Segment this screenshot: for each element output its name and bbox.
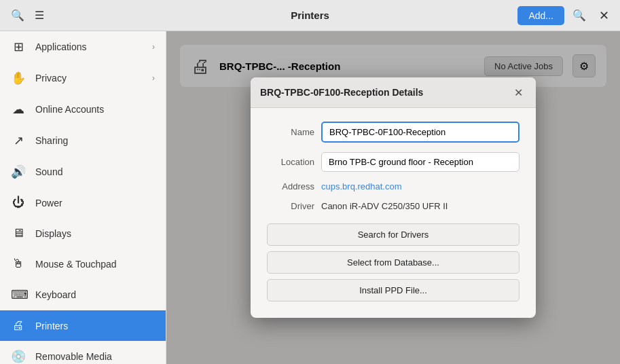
sidebar-item-sharing[interactable]: ↗ Sharing: [0, 125, 166, 156]
sidebar-item-online-accounts[interactable]: ☁ Online Accounts: [0, 94, 166, 125]
sidebar-item-label: Removable Media: [35, 351, 155, 362]
sidebar-item-printers[interactable]: 🖨 Printers: [0, 310, 166, 341]
dialog-close-icon: ✕: [514, 86, 523, 99]
close-icon: ✕: [599, 8, 609, 23]
hamburger-icon: ☰: [35, 9, 44, 22]
sidebar-item-applications[interactable]: ⊞ Applications ›: [0, 31, 166, 62]
sidebar-item-label: Online Accounts: [35, 104, 155, 115]
address-row: Address cups.brq.redhat.com: [267, 181, 519, 192]
search-left-icon: 🔍: [11, 9, 24, 22]
sidebar-item-label: Mouse & Touchpad: [35, 259, 155, 270]
add-button[interactable]: Add...: [517, 6, 564, 25]
dialog-close-button[interactable]: ✕: [510, 84, 526, 101]
chevron-right-icon: ›: [152, 42, 155, 52]
dialog-title: BRQ-TPBC-0F100-Reception Details: [260, 87, 423, 98]
sidebar-item-label: Keyboard: [35, 289, 155, 300]
privacy-icon: ✋: [11, 71, 26, 86]
sidebar-item-privacy[interactable]: ✋ Privacy ›: [0, 62, 166, 94]
sidebar-item-displays[interactable]: 🖥 Displays: [0, 218, 166, 249]
name-label: Name: [267, 127, 314, 137]
sidebar-item-label: Privacy: [35, 73, 143, 84]
sidebar-item-label: Power: [35, 198, 155, 208]
keyboard-icon: ⌨: [11, 287, 26, 302]
displays-icon: 🖥: [11, 226, 26, 240]
sidebar-item-power[interactable]: ⏻ Power: [0, 187, 166, 218]
titlebar-title: Printers: [291, 10, 329, 21]
sidebar-item-label: Printers: [35, 321, 155, 331]
main-layout: ⊞ Applications › ✋ Privacy › ☁ Online Ac…: [0, 31, 620, 364]
address-label: Address: [267, 181, 314, 192]
install-ppd-button[interactable]: Install PPD File...: [267, 279, 519, 302]
sidebar: ⊞ Applications › ✋ Privacy › ☁ Online Ac…: [0, 31, 166, 364]
titlebar-search-button[interactable]: 🔍: [568, 5, 590, 26]
mouse-icon: 🖱: [11, 257, 26, 271]
sidebar-item-sound[interactable]: 🔊 Sound: [0, 156, 166, 187]
name-row: Name: [267, 122, 519, 143]
modal-overlay: BRQ-TPBC-0F100-Reception Details ✕ Name …: [166, 31, 620, 364]
driver-value: Canon iR-ADV C250/350 UFR II: [321, 201, 448, 211]
driver-row: Driver Canon iR-ADV C250/350 UFR II: [267, 201, 519, 211]
address-link[interactable]: cups.brq.redhat.com: [321, 181, 402, 192]
hamburger-menu-button[interactable]: ☰: [29, 5, 50, 26]
select-database-button[interactable]: Select from Database...: [267, 251, 519, 274]
chevron-right-icon: ›: [152, 73, 155, 83]
sidebar-item-label: Sound: [35, 166, 155, 177]
sidebar-item-keyboard[interactable]: ⌨ Keyboard: [0, 279, 166, 310]
sharing-icon: ↗: [11, 133, 26, 148]
titlebar-actions: Add... 🔍 ✕: [517, 5, 613, 26]
titlebar-search-left-button[interactable]: 🔍: [7, 5, 29, 26]
applications-icon: ⊞: [11, 39, 26, 54]
sound-icon: 🔊: [11, 164, 26, 179]
sidebar-item-label: Displays: [35, 228, 155, 239]
driver-label: Driver: [267, 201, 314, 211]
location-row: Location: [267, 152, 519, 172]
sidebar-item-removable-media[interactable]: 💿 Removable Media: [0, 341, 166, 364]
sidebar-item-label: Applications: [35, 41, 143, 52]
search-drivers-button[interactable]: Search for Drivers: [267, 223, 519, 246]
printers-icon: 🖨: [11, 318, 26, 333]
titlebar: 🔍 ☰ Printers Add... 🔍 ✕: [0, 0, 620, 31]
printer-details-dialog: BRQ-TPBC-0F100-Reception Details ✕ Name …: [251, 77, 536, 318]
content-area: 🖨 BRQ-TPBC-... -Reception No Active Jobs…: [166, 31, 620, 364]
dialog-body: Name Location Address cups.brq.redhat.co…: [251, 108, 536, 318]
sidebar-item-label: Sharing: [35, 135, 155, 146]
dialog-titlebar: BRQ-TPBC-0F100-Reception Details ✕: [251, 77, 536, 108]
online-accounts-icon: ☁: [11, 102, 26, 117]
location-label: Location: [267, 157, 314, 167]
buttons-section: Search for Drivers Select from Database.…: [267, 223, 519, 302]
location-input[interactable]: [321, 152, 519, 172]
sidebar-item-mouse-touchpad[interactable]: 🖱 Mouse & Touchpad: [0, 249, 166, 279]
name-input[interactable]: [321, 122, 519, 143]
power-icon: ⏻: [11, 196, 26, 210]
removable-media-icon: 💿: [11, 349, 26, 364]
search-icon: 🔍: [572, 9, 586, 22]
close-window-button[interactable]: ✕: [594, 6, 613, 25]
